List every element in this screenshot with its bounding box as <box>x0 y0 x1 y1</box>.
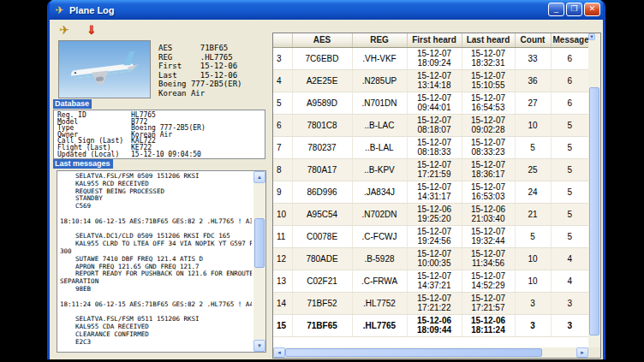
maximize-button[interactable]: ❐ <box>566 3 582 16</box>
table-hscroll-thumb[interactable] <box>285 348 542 357</box>
cell-rownum: 3 <box>273 47 292 69</box>
cell-count: 33 <box>515 47 551 69</box>
aircraft-icon-button[interactable]: ✈ <box>53 21 75 39</box>
col-header-aes[interactable]: AES <box>292 33 352 47</box>
table-vscroll-thumb[interactable] <box>589 87 599 335</box>
cell-aes: 780ADE <box>292 247 352 270</box>
aircraft-photo <box>58 40 151 98</box>
database-field-value: 15-12-10 09:04:50 <box>131 151 201 158</box>
cell-message-count: 6 <box>551 69 588 92</box>
cell-reg: .N285UP <box>352 69 407 92</box>
cell-rownum: 6 <box>273 114 292 136</box>
cell-first-heard: 15-12-0709:44:01 <box>407 92 462 114</box>
database-field-label: Updated (Local) <box>57 151 131 158</box>
cell-last-heard: 15-12-0618:11:24 <box>462 314 515 336</box>
cell-aes: 7801C8 <box>292 114 352 136</box>
cell-message-count: 3 <box>551 314 588 336</box>
minimize-button[interactable]: _ <box>548 3 564 16</box>
database-section-label: Database <box>53 99 92 109</box>
table-header-row: AES REG First heard Last heard Count Mes… <box>273 33 588 47</box>
table-row[interactable]: 8 780A17 ..B-KPV 15-12-0717:21:59 15-12-… <box>273 158 588 181</box>
table-row[interactable]: 3 7C6EBD .VH-VKF 15-12-0718:09:24 15-12-… <box>273 47 588 69</box>
col-header-first-heard[interactable]: First heard <box>407 33 462 47</box>
col-header-rownum[interactable] <box>273 33 292 47</box>
cell-count: 3 <box>515 314 551 336</box>
table-row[interactable]: 13 C02F21 .C-FRWA 15-12-0714:37:21 15-12… <box>273 270 588 292</box>
cell-message-count: 5 <box>551 225 588 247</box>
table-row[interactable]: 5 A9589D .N701DN 15-12-0709:44:01 15-12-… <box>273 92 588 114</box>
table-horizontal-scrollbar[interactable]: ◄ ► <box>273 347 588 358</box>
scroll-down-icon[interactable]: ▼ <box>588 33 595 40</box>
aircraft-table: AES REG First heard Last heard Count Mes… <box>272 33 601 359</box>
table-row[interactable]: 12 780ADE .B-5928 15-12-0710:00:35 15-12… <box>273 247 588 270</box>
scroll-down-icon[interactable]: ▼ <box>253 340 265 352</box>
close-button[interactable]: ✕ <box>584 3 600 16</box>
cell-aes: A2E25E <box>292 69 352 92</box>
cell-rownum: 14 <box>273 292 292 314</box>
cell-message-count: 6 <box>551 92 588 114</box>
cell-count: 27 <box>515 92 551 114</box>
cell-rownum: 4 <box>273 69 292 92</box>
cell-count: 5 <box>515 136 551 158</box>
cell-count: 25 <box>515 158 551 181</box>
cell-first-heard: 15-12-0618:09:44 <box>407 314 462 336</box>
database-field: Updated (Local) 15-12-10 09:04:50 <box>57 151 261 158</box>
cell-reg: .HL7752 <box>352 292 407 314</box>
cell-message-count: 5 <box>551 114 588 136</box>
cell-last-heard: 15-12-0708:33:23 <box>462 136 515 158</box>
cell-first-heard: 15-12-0717:21:59 <box>407 158 462 181</box>
cell-reg: .JA834J <box>352 181 407 203</box>
cell-rownum: 5 <box>273 92 292 114</box>
cell-reg: .VH-VKF <box>352 47 407 69</box>
cell-count: 10 <box>515 114 551 136</box>
table-row[interactable]: 4 A2E25E .N285UP 15-12-0713:14:18 15-12-… <box>273 69 588 92</box>
cell-aes: 71BF52 <box>292 292 352 314</box>
titlebar[interactable]: ✈ Plane Log _ ❐ ✕ <box>50 0 603 20</box>
window-title: Plane Log <box>69 5 115 15</box>
col-header-reg[interactable]: REG <box>352 33 407 47</box>
cell-first-heard: 15-12-0713:14:18 <box>407 69 462 92</box>
scroll-up-icon[interactable]: ▲ <box>253 171 265 183</box>
cell-first-heard: 15-12-0710:00:35 <box>407 247 462 270</box>
cell-rownum: 12 <box>273 247 292 270</box>
table-row[interactable]: 6 7801C8 ..B-LAC 15-12-0708:18:07 15-12-… <box>273 114 588 136</box>
table-row[interactable]: 11 C0078E .C-FCWJ 15-12-0719:24:56 15-12… <box>273 225 588 247</box>
cell-rownum: 15 <box>273 314 292 336</box>
cell-last-heard: 15-12-0711:34:56 <box>462 247 515 270</box>
cell-last-heard: 15-12-0621:03:40 <box>462 203 515 225</box>
table-row[interactable]: 9 86D996 .JA834J 15-12-0714:31:17 15-12-… <box>273 181 588 203</box>
cell-first-heard: 15-12-0708:18:33 <box>407 136 462 158</box>
col-header-last-heard[interactable]: Last heard <box>462 33 515 47</box>
cell-reg: .C-FCWJ <box>352 225 407 247</box>
cell-aes: 86D996 <box>292 181 352 203</box>
cell-rownum: 10 <box>273 203 292 225</box>
aircraft-table-content: AES REG First heard Last heard Count Mes… <box>273 33 588 347</box>
cell-reg: ..B-LAC <box>352 114 407 136</box>
cell-rownum: 11 <box>273 225 292 247</box>
messages-scrollbar-thumb[interactable] <box>254 218 265 268</box>
aircraft-summary: AES 71BF65 REG .HL7765 First 15-12-06 La… <box>158 44 242 98</box>
scroll-left-icon[interactable]: ◄ <box>273 347 285 358</box>
col-header-message-count[interactable]: Message count <box>551 33 588 47</box>
col-header-count[interactable]: Count <box>515 33 551 47</box>
cell-count: 24 <box>515 181 551 203</box>
cell-message-count: 5 <box>551 136 588 158</box>
last-messages-box: SELATVA.FSL/FSM 0509 151206 RKSI KAL955 … <box>57 170 266 353</box>
app-icon: ✈ <box>53 3 66 16</box>
table-row[interactable]: 10 A95C54 .N702DN 15-12-0619:25:20 15-12… <box>273 203 588 225</box>
table-row[interactable]: 7 780237 ..B-LAL 15-12-0708:18:33 15-12-… <box>273 136 588 158</box>
cell-first-heard: 15-12-0717:21:22 <box>407 292 462 314</box>
cell-first-heard: 15-12-0719:24:56 <box>407 225 462 247</box>
table-row[interactable]: 15 71BF65 .HL7765 15-12-0618:09:44 15-12… <box>273 314 588 336</box>
cell-count: 21 <box>515 203 551 225</box>
cell-last-heard: 15-12-0718:32:31 <box>462 47 515 69</box>
scroll-right-icon[interactable]: ► <box>576 347 588 358</box>
cell-rownum: 9 <box>273 181 292 203</box>
messages-scrollbar[interactable]: ▲ ▼ <box>253 171 265 352</box>
fetch-data-icon-button[interactable]: ⇓ <box>80 21 103 39</box>
cell-aes: 71BF65 <box>292 314 352 336</box>
table-vertical-scrollbar[interactable]: ▲ ▼ <box>588 33 600 347</box>
cell-first-heard: 15-12-0714:37:21 <box>407 270 462 292</box>
cell-reg: .B-5928 <box>352 247 407 270</box>
table-row[interactable]: 14 71BF52 .HL7752 15-12-0717:21:22 15-12… <box>273 292 588 314</box>
